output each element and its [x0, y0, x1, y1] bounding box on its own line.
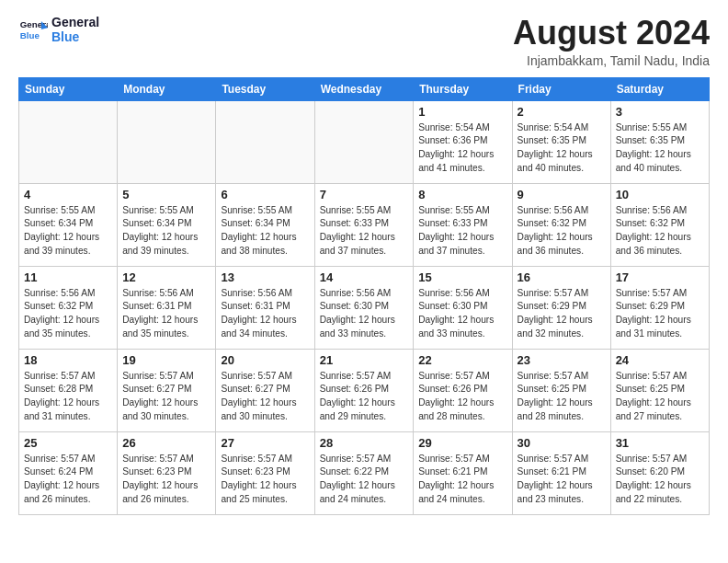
- day-info: Sunrise: 5:57 AM Sunset: 6:21 PM Dayligh…: [418, 453, 506, 507]
- day-number: 15: [418, 270, 506, 284]
- day-info: Sunrise: 5:57 AM Sunset: 6:26 PM Dayligh…: [320, 370, 409, 424]
- day-number: 26: [122, 436, 210, 450]
- calendar-cell: 3Sunrise: 5:55 AM Sunset: 6:35 PM Daylig…: [610, 100, 709, 183]
- day-info: Sunrise: 5:56 AM Sunset: 6:30 PM Dayligh…: [320, 287, 409, 341]
- week-row-4: 18Sunrise: 5:57 AM Sunset: 6:28 PM Dayli…: [19, 349, 710, 431]
- logo-icon: General Blue: [18, 15, 48, 44]
- week-row-2: 4Sunrise: 5:55 AM Sunset: 6:34 PM Daylig…: [19, 183, 710, 266]
- day-info: Sunrise: 5:55 AM Sunset: 6:35 PM Dayligh…: [616, 121, 704, 176]
- day-info: Sunrise: 5:57 AM Sunset: 6:28 PM Dayligh…: [24, 370, 112, 424]
- calendar-cell: 6Sunrise: 5:55 AM Sunset: 6:34 PM Daylig…: [216, 183, 314, 266]
- day-number: 25: [24, 436, 112, 450]
- day-info: Sunrise: 5:57 AM Sunset: 6:24 PM Dayligh…: [24, 453, 112, 507]
- day-info: Sunrise: 5:56 AM Sunset: 6:32 PM Dayligh…: [24, 287, 112, 341]
- calendar-cell: [118, 100, 216, 183]
- day-info: Sunrise: 5:55 AM Sunset: 6:34 PM Dayligh…: [122, 204, 210, 259]
- location-subtitle: Injambakkam, Tamil Nadu, India: [513, 53, 710, 68]
- calendar-cell: 24Sunrise: 5:57 AM Sunset: 6:25 PM Dayli…: [610, 349, 709, 431]
- day-number: 20: [221, 353, 309, 367]
- logo-blue: Blue: [51, 29, 99, 44]
- day-info: Sunrise: 5:57 AM Sunset: 6:20 PM Dayligh…: [616, 453, 704, 507]
- day-info: Sunrise: 5:57 AM Sunset: 6:22 PM Dayligh…: [320, 453, 409, 507]
- day-number: 3: [616, 105, 704, 119]
- day-info: Sunrise: 5:57 AM Sunset: 6:27 PM Dayligh…: [221, 370, 309, 424]
- calendar-cell: 17Sunrise: 5:57 AM Sunset: 6:29 PM Dayli…: [610, 266, 709, 349]
- calendar-cell: 9Sunrise: 5:56 AM Sunset: 6:32 PM Daylig…: [512, 183, 610, 266]
- col-header-saturday: Saturday: [610, 77, 709, 100]
- col-header-monday: Monday: [118, 77, 216, 100]
- calendar-cell: 12Sunrise: 5:56 AM Sunset: 6:31 PM Dayli…: [118, 266, 216, 349]
- day-info: Sunrise: 5:55 AM Sunset: 6:33 PM Dayligh…: [320, 204, 409, 259]
- day-info: Sunrise: 5:57 AM Sunset: 6:26 PM Dayligh…: [418, 370, 506, 424]
- day-number: 6: [221, 188, 309, 201]
- day-info: Sunrise: 5:57 AM Sunset: 6:29 PM Dayligh…: [616, 287, 704, 341]
- day-info: Sunrise: 5:55 AM Sunset: 6:33 PM Dayligh…: [418, 204, 506, 259]
- calendar-cell: 19Sunrise: 5:57 AM Sunset: 6:27 PM Dayli…: [118, 349, 216, 431]
- calendar-cell: 18Sunrise: 5:57 AM Sunset: 6:28 PM Dayli…: [19, 349, 118, 431]
- col-header-friday: Friday: [512, 77, 610, 100]
- day-info: Sunrise: 5:56 AM Sunset: 6:30 PM Dayligh…: [418, 287, 506, 341]
- week-row-5: 25Sunrise: 5:57 AM Sunset: 6:24 PM Dayli…: [19, 431, 710, 514]
- col-header-wednesday: Wednesday: [314, 77, 414, 100]
- day-number: 31: [616, 436, 704, 450]
- day-number: 7: [320, 188, 409, 201]
- calendar-cell: 7Sunrise: 5:55 AM Sunset: 6:33 PM Daylig…: [314, 183, 414, 266]
- day-number: 8: [418, 188, 506, 201]
- day-info: Sunrise: 5:54 AM Sunset: 6:35 PM Dayligh…: [518, 121, 606, 176]
- day-number: 12: [122, 270, 210, 284]
- logo-general: General: [51, 15, 99, 29]
- calendar-cell: 28Sunrise: 5:57 AM Sunset: 6:22 PM Dayli…: [314, 431, 414, 514]
- calendar-cell: [314, 100, 414, 183]
- day-number: 9: [518, 188, 606, 201]
- calendar-cell: 11Sunrise: 5:56 AM Sunset: 6:32 PM Dayli…: [19, 266, 118, 349]
- calendar-cell: 25Sunrise: 5:57 AM Sunset: 6:24 PM Dayli…: [19, 431, 118, 514]
- day-number: 1: [418, 105, 506, 119]
- month-year-title: August 2024: [513, 15, 710, 52]
- calendar-cell: 2Sunrise: 5:54 AM Sunset: 6:35 PM Daylig…: [512, 100, 610, 183]
- day-info: Sunrise: 5:54 AM Sunset: 6:36 PM Dayligh…: [418, 121, 506, 176]
- col-header-sunday: Sunday: [19, 77, 118, 100]
- day-info: Sunrise: 5:55 AM Sunset: 6:34 PM Dayligh…: [221, 204, 309, 259]
- col-header-thursday: Thursday: [414, 77, 512, 100]
- col-header-tuesday: Tuesday: [216, 77, 314, 100]
- day-info: Sunrise: 5:57 AM Sunset: 6:27 PM Dayligh…: [122, 370, 210, 424]
- week-row-1: 1Sunrise: 5:54 AM Sunset: 6:36 PM Daylig…: [19, 100, 710, 183]
- calendar-cell: 27Sunrise: 5:57 AM Sunset: 6:23 PM Dayli…: [216, 431, 314, 514]
- page-header: General Blue General Blue August 2024 In…: [18, 15, 710, 68]
- day-info: Sunrise: 5:55 AM Sunset: 6:34 PM Dayligh…: [24, 204, 112, 259]
- day-number: 21: [320, 353, 409, 367]
- day-number: 27: [221, 436, 309, 450]
- calendar-cell: 10Sunrise: 5:56 AM Sunset: 6:32 PM Dayli…: [610, 183, 709, 266]
- svg-text:Blue: Blue: [20, 30, 40, 40]
- calendar-cell: 21Sunrise: 5:57 AM Sunset: 6:26 PM Dayli…: [314, 349, 414, 431]
- week-row-3: 11Sunrise: 5:56 AM Sunset: 6:32 PM Dayli…: [19, 266, 710, 349]
- calendar-cell: 13Sunrise: 5:56 AM Sunset: 6:31 PM Dayli…: [216, 266, 314, 349]
- day-number: 11: [24, 270, 112, 284]
- day-info: Sunrise: 5:56 AM Sunset: 6:31 PM Dayligh…: [122, 287, 210, 341]
- calendar-cell: 8Sunrise: 5:55 AM Sunset: 6:33 PM Daylig…: [414, 183, 512, 266]
- calendar-cell: 26Sunrise: 5:57 AM Sunset: 6:23 PM Dayli…: [118, 431, 216, 514]
- day-number: 2: [518, 105, 606, 119]
- calendar-cell: 1Sunrise: 5:54 AM Sunset: 6:36 PM Daylig…: [414, 100, 512, 183]
- day-info: Sunrise: 5:57 AM Sunset: 6:21 PM Dayligh…: [518, 453, 606, 507]
- calendar-cell: [216, 100, 314, 183]
- calendar-cell: 23Sunrise: 5:57 AM Sunset: 6:25 PM Dayli…: [512, 349, 610, 431]
- day-number: 29: [418, 436, 506, 450]
- title-area: August 2024 Injambakkam, Tamil Nadu, Ind…: [513, 15, 710, 68]
- logo: General Blue General Blue: [18, 15, 99, 44]
- day-number: 28: [320, 436, 409, 450]
- calendar-cell: 14Sunrise: 5:56 AM Sunset: 6:30 PM Dayli…: [314, 266, 414, 349]
- calendar-table: SundayMondayTuesdayWednesdayThursdayFrid…: [18, 77, 710, 515]
- day-number: 14: [320, 270, 409, 284]
- day-info: Sunrise: 5:56 AM Sunset: 6:31 PM Dayligh…: [221, 287, 309, 341]
- day-info: Sunrise: 5:57 AM Sunset: 6:25 PM Dayligh…: [518, 370, 606, 424]
- day-number: 30: [518, 436, 606, 450]
- calendar-cell: 20Sunrise: 5:57 AM Sunset: 6:27 PM Dayli…: [216, 349, 314, 431]
- day-info: Sunrise: 5:57 AM Sunset: 6:29 PM Dayligh…: [518, 287, 606, 341]
- day-number: 17: [616, 270, 704, 284]
- calendar-cell: 5Sunrise: 5:55 AM Sunset: 6:34 PM Daylig…: [118, 183, 216, 266]
- day-info: Sunrise: 5:56 AM Sunset: 6:32 PM Dayligh…: [518, 204, 606, 259]
- day-number: 10: [616, 188, 704, 201]
- calendar-header-row: SundayMondayTuesdayWednesdayThursdayFrid…: [19, 77, 710, 100]
- day-number: 18: [24, 353, 112, 367]
